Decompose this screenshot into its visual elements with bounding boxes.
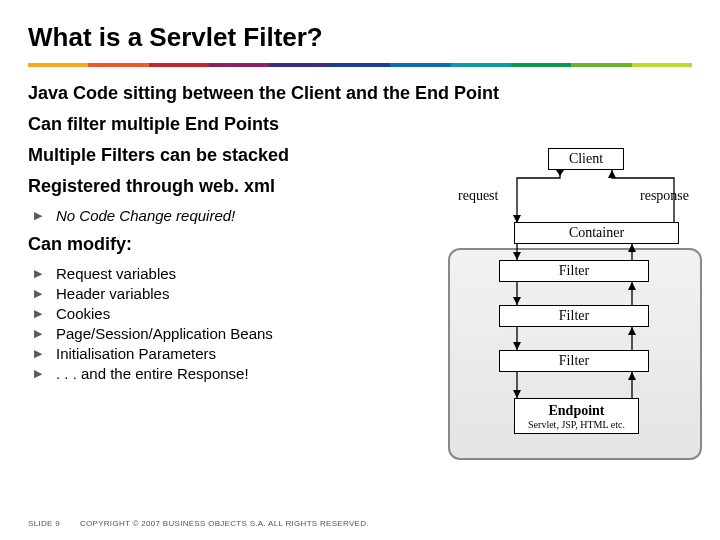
chevron-icon: ▶	[34, 268, 42, 279]
slide: What is a Servlet Filter? Java Code sitt…	[0, 0, 720, 540]
rainbow-segment	[149, 63, 209, 67]
footer: SLIDE 9 COPYRIGHT © 2007 BUSINESS OBJECT…	[28, 519, 692, 528]
rainbow-segment	[28, 63, 88, 67]
rainbow-segment	[390, 63, 450, 67]
rainbow-divider	[28, 63, 692, 67]
diagram-filter-box: Filter	[499, 305, 649, 327]
diagram: Client request response Container Filter…	[442, 148, 710, 473]
rainbow-segment	[269, 63, 329, 67]
copyright-text: COPYRIGHT © 2007 BUSINESS OBJECTS S.A. A…	[80, 519, 369, 528]
diagram-filter-box: Filter	[499, 260, 649, 282]
diagram-response-label: response	[640, 188, 689, 204]
chevron-icon: ▶	[34, 308, 42, 319]
diagram-request-label: request	[458, 188, 498, 204]
rainbow-segment	[209, 63, 269, 67]
diagram-client-box: Client	[548, 148, 624, 170]
sub-bullet-label: . . . and the entire Response!	[56, 365, 249, 382]
diagram-endpoint-title: Endpoint	[515, 403, 638, 419]
svg-marker-1	[556, 170, 564, 176]
bullet-main: Java Code sitting between the Client and…	[28, 83, 692, 104]
svg-marker-2	[608, 170, 616, 178]
diagram-filter-box: Filter	[499, 350, 649, 372]
rainbow-segment	[632, 63, 692, 67]
chevron-icon: ▶	[34, 328, 42, 339]
rainbow-segment	[330, 63, 390, 67]
chevron-icon: ▶	[34, 288, 42, 299]
rainbow-segment	[571, 63, 631, 67]
chevron-icon: ▶	[34, 368, 42, 379]
rainbow-segment	[511, 63, 571, 67]
rainbow-segment	[88, 63, 148, 67]
diagram-endpoint-sub: Servlet, JSP, HTML etc.	[515, 419, 638, 430]
sub-bullet-label: Request variables	[56, 265, 176, 282]
chevron-icon: ▶	[34, 348, 42, 359]
slide-number: SLIDE 9	[28, 519, 60, 528]
sub-bullet-label: Initialisation Parameters	[56, 345, 216, 362]
diagram-container-label-box: Container	[514, 222, 679, 244]
sub-bullet-label: Page/Session/Application Beans	[56, 325, 273, 342]
sub-bullet-label: Cookies	[56, 305, 110, 322]
diagram-endpoint-box: Endpoint Servlet, JSP, HTML etc.	[514, 398, 639, 434]
sub-bullet-label: Header variables	[56, 285, 169, 302]
slide-title: What is a Servlet Filter?	[28, 22, 692, 53]
rainbow-segment	[451, 63, 511, 67]
sub-bullet-label: No Code Change required!	[56, 207, 235, 224]
bullet-main: Can filter multiple End Points	[28, 114, 692, 135]
chevron-icon: ▶	[34, 210, 42, 221]
